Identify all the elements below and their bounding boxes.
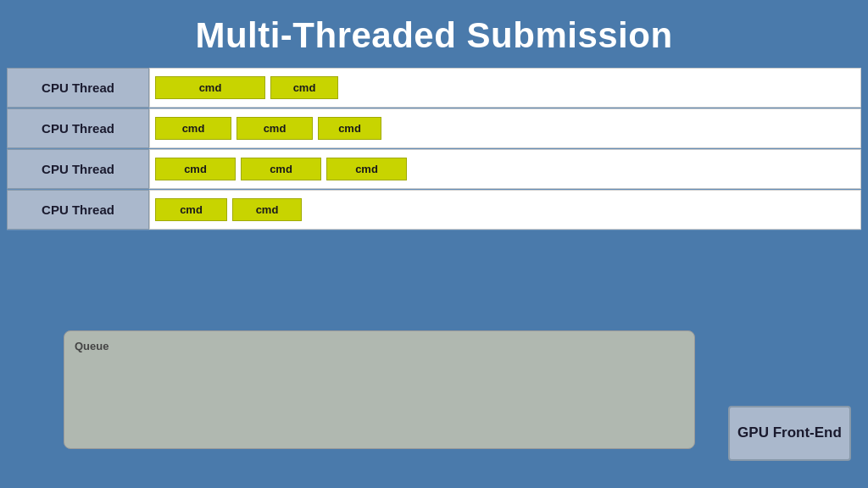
- thread-track-3: cmd cmd cmd: [149, 149, 861, 189]
- thread-track-2: cmd cmd cmd: [149, 108, 861, 148]
- cmd-block: cmd: [236, 117, 313, 140]
- page-title: Multi-Threaded Submission: [0, 0, 868, 68]
- cmd-block: cmd: [318, 117, 381, 140]
- cmd-block: cmd: [326, 158, 407, 180]
- cmd-block: cmd: [270, 76, 338, 99]
- thread-track-4: cmd cmd: [149, 190, 861, 230]
- queue-section: Queue: [64, 330, 695, 449]
- gpu-frontend-box: GPU Front-End: [728, 406, 851, 461]
- cmd-block: cmd: [155, 198, 227, 221]
- cmd-block: cmd: [155, 158, 236, 180]
- cmd-block: cmd: [155, 117, 231, 140]
- cpu-thread-label-4: CPU Thread: [7, 190, 149, 230]
- cpu-thread-label-2: CPU Thread: [7, 108, 149, 148]
- thread-track-1: cmd cmd: [149, 68, 861, 108]
- cpu-thread-label-3: CPU Thread: [7, 149, 149, 189]
- cmd-block: cmd: [232, 198, 302, 221]
- cpu-thread-label-1: CPU Thread: [7, 68, 149, 108]
- thread-row: CPU Thread cmd cmd cmd: [7, 149, 861, 190]
- thread-row: CPU Thread cmd cmd cmd: [7, 108, 861, 149]
- cmd-block: cmd: [241, 158, 321, 180]
- queue-label: Queue: [75, 340, 108, 352]
- thread-row: CPU Thread cmd cmd: [7, 68, 861, 108]
- threads-section: CPU Thread cmd cmd CPU Thread cmd cmd cm…: [0, 68, 868, 230]
- thread-row: CPU Thread cmd cmd: [7, 190, 861, 230]
- cmd-block: cmd: [155, 76, 265, 99]
